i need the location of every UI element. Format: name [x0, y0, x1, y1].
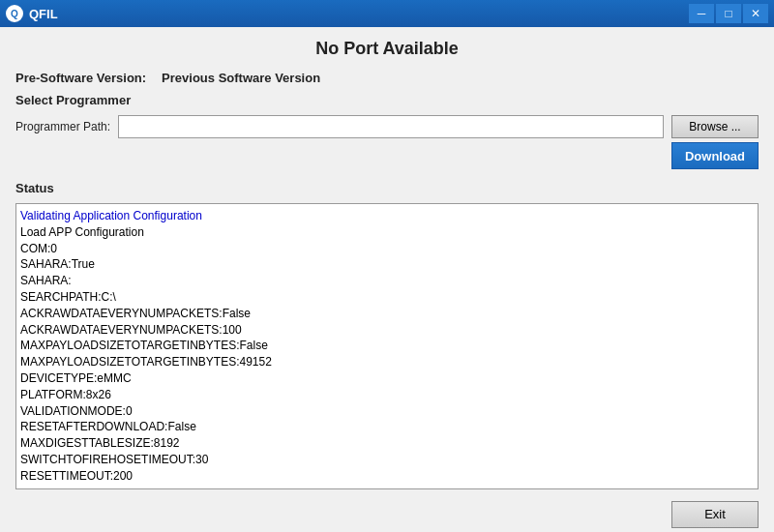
prev-software-label: Previous Software Version	[162, 71, 320, 85]
status-line: VALIDATIONMODE:0	[20, 403, 754, 420]
status-line: SAHARA:	[20, 273, 754, 289]
button-section: Browse ... Download	[671, 115, 759, 169]
footer-row: Exit	[15, 497, 759, 532]
status-line: MAXDIGESTTABLESIZE:8192	[20, 435, 754, 452]
status-line: ACKRAWDATAEVERYNUMPACKETS:False	[20, 306, 754, 322]
status-line: RESETAFTERDOWNLOAD:False	[20, 419, 754, 435]
app-title: No Port Available	[15, 39, 759, 59]
status-line: Validating Application Configuration	[20, 208, 754, 224]
programmer-path-label: Programmer Path:	[15, 120, 110, 133]
status-line: SAHARA:True	[20, 256, 754, 273]
status-line: SEARCHPATH:C:\	[20, 289, 754, 306]
browse-button[interactable]: Browse ...	[671, 115, 759, 138]
status-label: Status	[15, 181, 759, 195]
title-bar-title: QFIL	[29, 7, 689, 21]
status-box[interactable]: Validating Application ConfigurationLoad…	[15, 203, 759, 489]
pre-software-label: Pre-Software Version:	[15, 71, 146, 85]
input-section: Programmer Path:	[15, 115, 664, 138]
select-programmer-label: Select Programmer	[15, 93, 759, 107]
close-button[interactable]: ✕	[743, 4, 768, 23]
main-content: No Port Available Pre-Software Version: …	[0, 27, 774, 532]
status-line: SWITCHTOFIREHOSETIMEOUT:30	[20, 452, 754, 468]
status-line: PLATFORM:8x26	[20, 387, 754, 403]
exit-button[interactable]: Exit	[671, 501, 759, 528]
download-button[interactable]: Download	[671, 142, 759, 169]
programmer-path-input[interactable]	[118, 115, 664, 138]
title-bar-controls: ─ □ ✕	[689, 4, 768, 23]
title-bar: Q QFIL ─ □ ✕	[0, 0, 774, 27]
status-line: RESETTIMEOUT:200	[20, 468, 754, 485]
status-line: MAXPAYLOADSIZETOTARGETINBYTES:False	[20, 338, 754, 354]
status-line: Load APP Configuration	[20, 224, 754, 241]
programmer-path-row: Programmer Path:	[15, 115, 664, 138]
input-and-buttons: Programmer Path: Browse ... Download	[15, 115, 759, 169]
minimize-button[interactable]: ─	[689, 4, 714, 23]
restore-button[interactable]: □	[716, 4, 741, 23]
status-line: COM:0	[20, 241, 754, 257]
status-line: MAXPAYLOADSIZETOTARGETINBYTES:49152	[20, 354, 754, 370]
status-line: ACKRAWDATAEVERYNUMPACKETS:100	[20, 322, 754, 339]
app-icon: Q	[6, 5, 23, 22]
software-version-row: Pre-Software Version: Previous Software …	[15, 71, 759, 85]
status-line: DEVICETYPE:eMMC	[20, 370, 754, 387]
